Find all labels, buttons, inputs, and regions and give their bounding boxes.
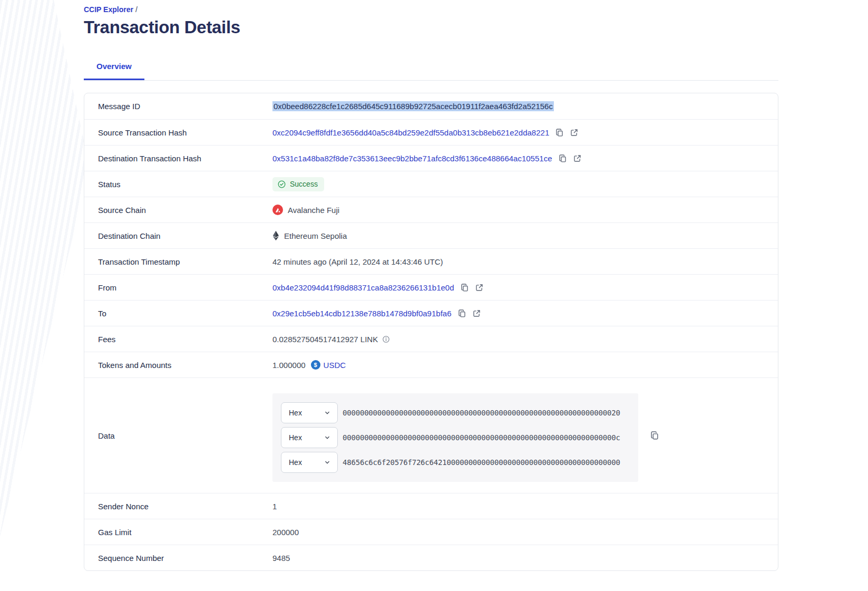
check-circle-icon <box>277 180 286 189</box>
sequence-number-value: 9485 <box>272 554 290 563</box>
table-row-tokens: Tokens and Amounts 1.000000 $ USDC <box>84 352 778 377</box>
token-amount: 1.000000 <box>272 361 306 370</box>
status-label: Status <box>84 180 272 189</box>
to-value-wrap: 0x29e1cb5eb14cdb12138e788b1478d9bf0a91bf… <box>272 309 481 318</box>
data-hex-line: 0000000000000000000000000000000000000000… <box>343 409 620 417</box>
data-line: Hex 000000000000000000000000000000000000… <box>281 402 630 423</box>
sender-nonce-value: 1 <box>272 502 277 511</box>
table-row-data: Data Hex 0000000000000000000000000000000… <box>84 377 778 493</box>
table-row-message-id: Message ID 0x0beed86228cfe1c2685d645c911… <box>84 93 778 119</box>
message-id-label: Message ID <box>84 102 272 111</box>
to-label: To <box>84 309 272 318</box>
table-row-source-tx-hash: Source Transaction Hash 0xc2094c9eff8fdf… <box>84 119 778 145</box>
data-line: Hex 48656c6c6f20576f726c6421000000000000… <box>281 452 630 473</box>
background-stripes-decoration <box>0 0 90 559</box>
dest-tx-hash-label: Destination Transaction Hash <box>84 154 272 163</box>
copy-icon[interactable] <box>558 154 567 163</box>
timestamp-value: 42 minutes ago (April 12, 2024 at 14:43:… <box>272 257 443 266</box>
external-link-icon[interactable] <box>570 128 579 137</box>
external-link-icon[interactable] <box>472 309 481 318</box>
info-icon[interactable] <box>382 335 390 343</box>
token-link[interactable]: USDC <box>324 361 346 370</box>
table-row-dest-chain: Destination Chain Ethereum Sepolia <box>84 222 778 248</box>
data-value-wrap: Hex 000000000000000000000000000000000000… <box>272 378 659 493</box>
chevron-down-icon <box>324 459 331 466</box>
hex-format-select-value: Hex <box>289 409 302 417</box>
hex-format-select[interactable]: Hex <box>281 427 338 448</box>
from-address-link[interactable]: 0xb4e232094d41f98d88371ca8a8236266131b1e… <box>272 283 454 292</box>
tokens-label: Tokens and Amounts <box>84 361 272 370</box>
dest-chain-name: Ethereum Sepolia <box>284 231 347 240</box>
status-value-wrap: Success <box>272 177 324 191</box>
fees-value-wrap: 0.028527504517412927 LINK <box>272 335 390 344</box>
table-row-sequence-number: Sequence Number 9485 <box>84 545 778 570</box>
dest-chain-value-wrap: Ethereum Sepolia <box>272 230 347 241</box>
table-row-dest-tx-hash: Destination Transaction Hash 0x531c1a48b… <box>84 145 778 171</box>
dest-tx-hash-link[interactable]: 0x531c1a48ba82f8de7c353613eec9b2bbe71afc… <box>272 154 552 163</box>
table-row-source-chain: Source Chain Avalanche Fuji <box>84 197 778 222</box>
dest-chain-label: Destination Chain <box>84 231 272 240</box>
ethereum-icon <box>272 230 279 241</box>
source-chain-value-wrap: Avalanche Fuji <box>272 205 339 215</box>
to-address-link[interactable]: 0x29e1cb5eb14cdb12138e788b1478d9bf0a91bf… <box>272 309 452 318</box>
chevron-down-icon <box>324 434 331 441</box>
hex-format-select[interactable]: Hex <box>281 402 338 423</box>
status-badge: Success <box>272 177 324 191</box>
transaction-details-card: Message ID 0x0beed86228cfe1c2685d645c911… <box>84 93 778 571</box>
dest-tx-hash-value-wrap: 0x531c1a48ba82f8de7c353613eec9b2bbe71afc… <box>272 154 582 163</box>
table-row-gas-limit: Gas Limit 200000 <box>84 519 778 545</box>
fees-value: 0.028527504517412927 LINK <box>272 335 378 344</box>
table-row-sender-nonce: Sender Nonce 1 <box>84 493 778 519</box>
hex-format-select[interactable]: Hex <box>281 452 338 473</box>
chevron-down-icon <box>324 409 331 416</box>
avalanche-icon <box>272 205 283 215</box>
page-content: CCIP Explorer/ Transaction Details Overv… <box>84 0 778 571</box>
sequence-number-label: Sequence Number <box>84 554 272 563</box>
data-hex-line: 48656c6c6f20576f726c64210000000000000000… <box>343 458 620 467</box>
copy-icon[interactable] <box>650 431 659 440</box>
gas-limit-label: Gas Limit <box>84 528 272 537</box>
source-chain-name: Avalanche Fuji <box>288 206 339 215</box>
message-id-value-wrap: 0x0beed86228cfe1c2685d645c911689b92725ac… <box>272 101 554 111</box>
data-hex-box: Hex 000000000000000000000000000000000000… <box>272 393 638 482</box>
usdc-icon: $ <box>311 360 320 370</box>
table-row-fees: Fees 0.028527504517412927 LINK <box>84 326 778 352</box>
gas-limit-value: 200000 <box>272 528 299 537</box>
data-hex-line: 0000000000000000000000000000000000000000… <box>343 433 620 442</box>
hex-format-select-value: Hex <box>289 433 302 442</box>
tokens-value-wrap: 1.000000 $ USDC <box>272 360 346 370</box>
page-title: Transaction Details <box>84 17 778 37</box>
external-link-icon[interactable] <box>573 154 582 163</box>
source-tx-hash-value-wrap: 0xc2094c9eff8fdf1e3656dd40a5c84bd259e2df… <box>272 128 579 137</box>
fees-label: Fees <box>84 335 272 344</box>
source-chain-label: Source Chain <box>84 206 272 215</box>
table-row-status: Status Success <box>84 171 778 197</box>
breadcrumb: CCIP Explorer/ <box>84 0 778 14</box>
data-line: Hex 000000000000000000000000000000000000… <box>281 427 630 448</box>
source-tx-hash-link[interactable]: 0xc2094c9eff8fdf1e3656dd40a5c84bd259e2df… <box>272 128 549 137</box>
copy-icon[interactable] <box>460 283 469 292</box>
status-text: Success <box>290 180 318 188</box>
table-row-timestamp: Transaction Timestamp 42 minutes ago (Ap… <box>84 248 778 274</box>
timestamp-label: Transaction Timestamp <box>84 257 272 266</box>
copy-icon[interactable] <box>457 309 466 318</box>
copy-icon[interactable] <box>555 128 564 137</box>
from-value-wrap: 0xb4e232094d41f98d88371ca8a8236266131b1e… <box>272 283 484 292</box>
table-row-from: From 0xb4e232094d41f98d88371ca8a82362661… <box>84 274 778 300</box>
data-label: Data <box>84 431 272 440</box>
external-link-icon[interactable] <box>475 283 484 292</box>
sender-nonce-label: Sender Nonce <box>84 502 272 511</box>
from-label: From <box>84 283 272 292</box>
hex-format-select-value: Hex <box>289 458 302 467</box>
breadcrumb-link-ccip-explorer[interactable]: CCIP Explorer <box>84 5 133 14</box>
breadcrumb-separator: / <box>135 5 138 14</box>
source-tx-hash-label: Source Transaction Hash <box>84 128 272 137</box>
tab-bar: Overview <box>84 56 778 81</box>
tab-overview[interactable]: Overview <box>84 56 144 80</box>
message-id-value: 0x0beed86228cfe1c2685d645c911689b92725ac… <box>272 101 554 111</box>
table-row-to: To 0x29e1cb5eb14cdb12138e788b1478d9bf0a9… <box>84 300 778 326</box>
